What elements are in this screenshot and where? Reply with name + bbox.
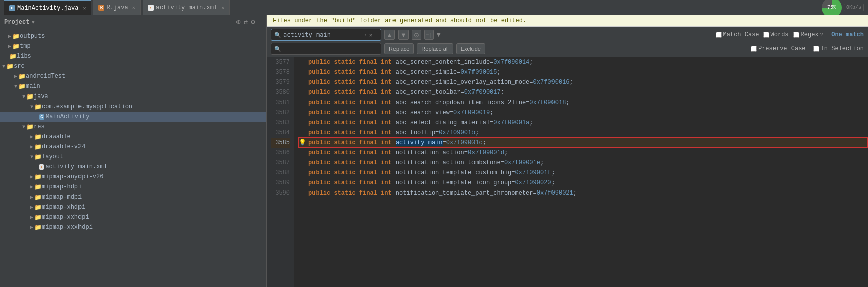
regex-checkbox[interactable] xyxy=(793,32,799,38)
expand-arrow-mipmap-anydpi: ▶ xyxy=(30,174,33,180)
line-icon-3583 xyxy=(298,119,306,127)
editor-area: Files under the "build" folder are gener… xyxy=(267,15,868,287)
code-line-3589: public static final int notification_tem… xyxy=(298,178,868,188)
tree-item-mipmap-anydpi[interactable]: ▶ 📁 mipmap-anydpi-v26 xyxy=(0,172,266,182)
exclude-button[interactable]: Exclude xyxy=(456,43,485,54)
search-clear-icon[interactable]: ✕ xyxy=(369,32,373,38)
tab-close-activity-xml[interactable]: ✕ xyxy=(221,5,224,11)
search-prev-button[interactable]: ▲ xyxy=(384,30,395,40)
folder-icon-mipmap-anydpi: 📁 xyxy=(34,173,42,181)
match-case-label: Match Case xyxy=(723,31,759,38)
tab-main-activity[interactable]: c MainActivity.java ✕ xyxy=(4,0,91,15)
line-num-3587: 3587 xyxy=(271,158,290,168)
tab-close-r-java[interactable]: ✕ xyxy=(132,5,135,11)
search-row-1: 🔍 ← ✕ ▲ ▼ ⊙ ≡∥ ▼ Match Case xyxy=(271,29,864,41)
match-case-option[interactable]: Match Case xyxy=(716,31,759,38)
tree-item-mipmap-xhdpi[interactable]: ▶ 📁 mipmap-xhdpi xyxy=(0,202,266,212)
sidebar-dropdown-arrow[interactable]: ▼ xyxy=(31,19,35,25)
tree-item-res[interactable]: ▼ 📁 res xyxy=(0,122,266,132)
search-word-button[interactable]: ≡∥ xyxy=(424,30,434,40)
search-clear-left-icon[interactable]: ← xyxy=(365,32,368,38)
folder-icon-drawable: 📁 xyxy=(34,133,42,141)
code-line-3578: public static final int abc_screen_simpl… xyxy=(298,67,868,77)
folder-icon-outputs: 📁 xyxy=(12,33,20,40)
expand-arrow-mipmap-hdpi: ▶ xyxy=(30,184,33,190)
tree-item-mipmap-xxxhdpi[interactable]: ▶ 📁 mipmap-xxxhdpi xyxy=(0,222,266,232)
speed-badge: 0Kb/s xyxy=(844,4,864,11)
search-next-button[interactable]: ▼ xyxy=(398,30,409,40)
tree-item-java[interactable]: ▼ 📁 java xyxy=(0,91,266,102)
expand-arrow-drawable: ▶ xyxy=(30,134,33,140)
tree-label-mipmap-anydpi: mipmap-anydpi-v26 xyxy=(42,173,103,180)
words-checkbox[interactable] xyxy=(763,32,769,38)
line-icon-3586 xyxy=(298,149,306,157)
code-line-3590: public static final int notification_tem… xyxy=(298,188,868,198)
tree-label-mipmap-xxhdpi: mipmap-xxhdpi xyxy=(42,214,89,221)
in-selection-checkbox[interactable] xyxy=(813,46,819,52)
tree-item-androidtest[interactable]: ▶ 📁 androidTest xyxy=(0,71,266,81)
replace-input-box-wrapper[interactable]: 🔍 xyxy=(271,43,381,55)
replace-all-button[interactable]: Replace all xyxy=(417,43,453,54)
minimize-icon[interactable]: – xyxy=(258,18,262,26)
tree-item-drawable-v24[interactable]: ▶ 📁 drawable-v24 xyxy=(0,142,266,152)
replace-button[interactable]: Replace xyxy=(384,43,414,54)
preserve-case-option[interactable]: Preserve Case xyxy=(751,45,806,52)
tree-item-mipmap-mdpi[interactable]: ▶ 📁 mipmap-mdpi xyxy=(0,192,266,202)
code-line-3581: public static final int abc_search_dropd… xyxy=(298,98,868,108)
tab-r-java[interactable]: R R.java ✕ xyxy=(93,0,140,15)
line-num-3586: 3586 xyxy=(271,148,290,158)
search-occurrences-button[interactable]: ⊙ xyxy=(412,30,421,40)
tree-item-libs[interactable]: 📁 libs xyxy=(0,51,266,61)
line-num-3578: 3578 xyxy=(271,67,290,77)
match-case-checkbox[interactable] xyxy=(716,32,722,38)
sync-icon[interactable]: ⇄ xyxy=(244,18,248,26)
search-input[interactable] xyxy=(283,31,364,38)
tree-item-layout[interactable]: ▼ 📁 layout xyxy=(0,152,266,162)
folder-icon-res: 📁 xyxy=(26,123,34,131)
expand-arrow-java: ▼ xyxy=(22,94,25,100)
tree-item-tmp[interactable]: ▶ 📁 tmp xyxy=(0,41,266,51)
replace-input[interactable] xyxy=(283,43,364,55)
preserve-case-checkbox[interactable] xyxy=(751,46,757,52)
words-label: Words xyxy=(771,31,789,38)
regex-help-icon[interactable]: ? xyxy=(820,32,824,38)
tree-label-mipmap-hdpi: mipmap-hdpi xyxy=(42,183,82,190)
match-result: One match xyxy=(831,31,864,38)
add-module-icon[interactable]: ⊕ xyxy=(236,18,240,26)
tree-item-mipmap-xxhdpi[interactable]: ▶ 📁 mipmap-xxhdpi xyxy=(0,212,266,222)
line-num-3585: 3585 xyxy=(271,138,290,148)
tree-item-main[interactable]: ▼ 📁 main xyxy=(0,81,266,91)
tree-item-mainactivity[interactable]: c MainActivity xyxy=(0,112,266,122)
expand-arrow-mipmap-mdpi: ▶ xyxy=(30,194,33,200)
code-content[interactable]: public static final int abc_screen_conte… xyxy=(294,57,868,287)
tree-item-activity-main-xml[interactable]: ✦ activity_main.xml xyxy=(0,162,266,172)
preserve-case-label: Preserve Case xyxy=(758,45,806,52)
file-icon-activity-main-xml: ✦ xyxy=(39,164,44,170)
sidebar-tree[interactable]: ▶ 📁 outputs ▶ 📁 tmp 📁 libs ▼ 📁 src ▶ xyxy=(0,29,266,287)
tree-item-outputs[interactable]: ▶ 📁 outputs xyxy=(0,31,266,41)
tree-item-com-example[interactable]: ▼ 📁 com.example.myapplication xyxy=(0,102,266,112)
tree-label-outputs: outputs xyxy=(20,33,45,40)
filter-icon[interactable]: ▼ xyxy=(437,31,441,39)
tree-item-src[interactable]: ▼ 📁 src xyxy=(0,61,266,71)
words-option[interactable]: Words xyxy=(763,31,789,38)
tab-activity-main-xml[interactable]: ✦ activity_main.xml ✕ xyxy=(143,0,230,15)
bulb-icon-3585: 💡 xyxy=(298,139,306,147)
tree-item-mipmap-hdpi[interactable]: ▶ 📁 mipmap-hdpi xyxy=(0,182,266,192)
expand-arrow-drawable-v24: ▶ xyxy=(30,144,33,150)
tree-label-androidtest: androidTest xyxy=(26,73,65,80)
code-line-3579: public static final int abc_screen_simpl… xyxy=(298,77,868,87)
tab-close-main-activity[interactable]: ✕ xyxy=(83,5,86,11)
folder-icon-drawable-v24: 📁 xyxy=(34,143,42,151)
search-input-box[interactable]: 🔍 ← ✕ xyxy=(271,29,381,41)
search-bar: 🔍 ← ✕ ▲ ▼ ⊙ ≡∥ ▼ Match Case xyxy=(267,27,868,57)
in-selection-option[interactable]: In Selection xyxy=(813,45,864,52)
code-line-3588: public static final int notification_tem… xyxy=(298,168,868,178)
settings-icon[interactable]: ⚙ xyxy=(251,18,255,26)
tree-item-drawable[interactable]: ▶ 📁 drawable xyxy=(0,132,266,142)
code-container[interactable]: 3577 3578 3579 3580 3581 3582 3583 3584 … xyxy=(267,57,868,287)
expand-arrow-src: ▼ xyxy=(2,64,5,69)
line-num-3589: 3589 xyxy=(271,178,290,188)
regex-option[interactable]: Regex ? xyxy=(793,31,824,38)
line-icon-3578 xyxy=(298,68,306,76)
